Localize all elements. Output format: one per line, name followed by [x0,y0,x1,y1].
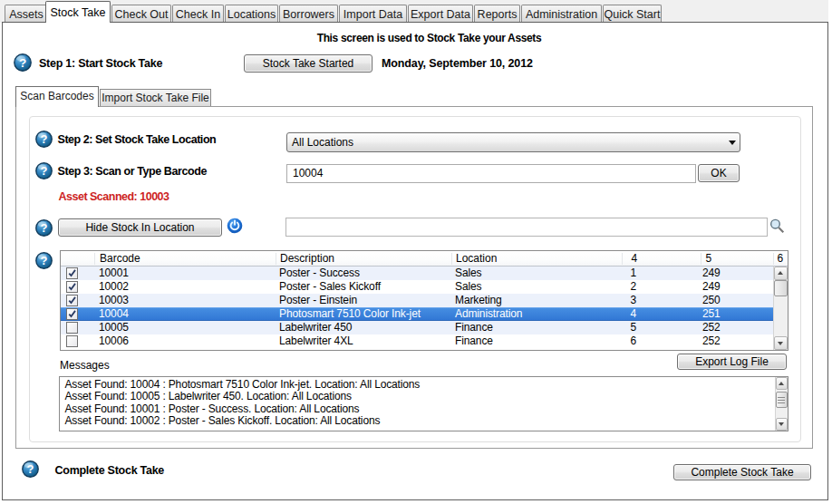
svg-text:?: ? [40,221,47,235]
svg-text:?: ? [40,164,47,178]
svg-text:?: ? [19,56,26,70]
svg-text:?: ? [27,462,34,476]
svg-text:?: ? [40,254,47,267]
svg-text:?: ? [40,132,47,146]
